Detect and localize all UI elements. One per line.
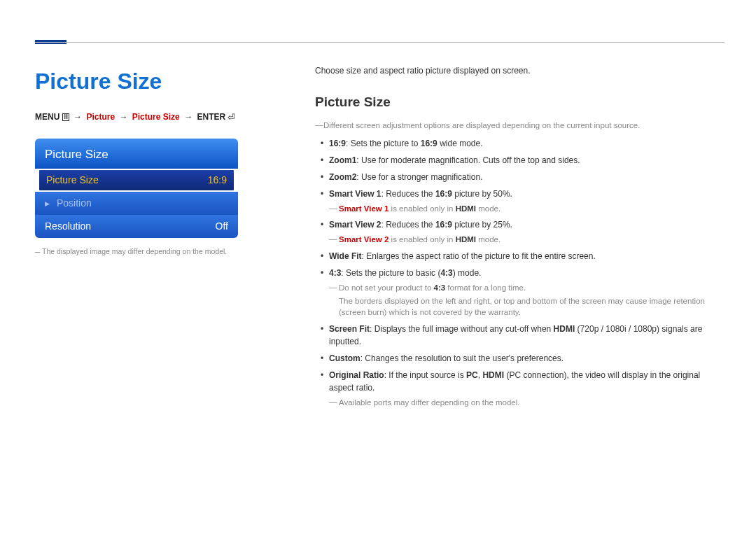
options-list: 16:9: Sets the picture to 16:9 wide mode… (315, 137, 724, 409)
option-source-pc: PC (466, 370, 478, 380)
option-name: 16:9 (329, 139, 346, 148)
option-value: 4:3 (440, 268, 452, 278)
warning-text: Do not set your product to (339, 283, 434, 292)
osd-row-label: Resolution (45, 219, 91, 234)
section-top-note: Different screen adjustment options are … (315, 120, 724, 132)
option-desc: picture by 25%. (452, 220, 512, 230)
option-warning-body: The borders displayed on the left and ri… (329, 295, 724, 318)
subnote-mode: HDMI (456, 204, 476, 213)
option-desc: : Enlarges the aspect ratio of the pictu… (362, 251, 596, 261)
triangle-right-icon: ▶ (45, 199, 50, 209)
breadcrumb-arrow: → (117, 112, 130, 122)
osd-row-value: 16:9 (208, 173, 227, 188)
enter-icon: ⏎ (227, 111, 235, 125)
option-name: Custom (329, 353, 360, 363)
osd-row-picture-size: Picture Size 16:9 (38, 169, 235, 192)
warning-text: format for a long time. (445, 283, 526, 292)
option-desc: : Use for moderate magnification. Cuts o… (356, 155, 580, 165)
warning-value: 4:3 (434, 283, 446, 292)
option-value: 16:9 (421, 139, 438, 148)
option-source-hdmi: HDMI (482, 370, 504, 380)
breadcrumb-arrow: → (71, 112, 84, 122)
option-name: Smart View 2 (329, 220, 381, 230)
breadcrumb-arrow: → (182, 112, 195, 122)
option-value: 16:9 (435, 189, 452, 199)
subnote-mode: HDMI (456, 235, 476, 244)
option-desc: wide mode. (438, 139, 483, 148)
option-wide-fit: Wide Fit: Enlarges the aspect ratio of t… (315, 250, 724, 262)
menu-grid-icon: Ⅲ (62, 113, 69, 121)
option-desc: : Changes the resolution to suit the use… (360, 353, 564, 363)
subnote-text: mode. (476, 235, 500, 244)
option-name: Smart View 1 (329, 189, 381, 199)
option-zoom2: Zoom2: Use for a stronger magnification. (315, 171, 724, 183)
option-value: 16:9 (435, 220, 452, 230)
section-title: Picture Size (315, 92, 724, 113)
option-desc: : Use for a stronger magnification. (356, 172, 482, 182)
option-4-3: 4:3: Sets the picture to basic (4:3) mod… (315, 267, 724, 318)
option-mode: HDMI (554, 324, 575, 334)
subnote-text: is enabled only in (388, 235, 455, 244)
breadcrumb-menu: MENU (35, 112, 59, 122)
osd-menu-mockup: Picture Size Picture Size 16:9 ▶ Positio… (35, 139, 238, 239)
option-zoom1: Zoom1: Use for moderate magnification. C… (315, 154, 724, 167)
option-smart-view-1: Smart View 1: Reduces the 16:9 picture b… (315, 188, 724, 215)
option-screen-fit: Screen Fit: Displays the full image with… (315, 323, 724, 348)
breadcrumb: MENU Ⅲ → Picture → Picture Size → ENTER … (35, 111, 287, 125)
right-column: Choose size and aspect ratio picture dis… (315, 64, 724, 413)
subnote-term: Smart View 2 (339, 235, 388, 244)
osd-row-label: Position (57, 197, 92, 209)
option-desc: : If the input source is (384, 370, 466, 380)
option-name: Wide Fit (329, 251, 362, 261)
option-subnote: Smart View 1 is enabled only in HDMI mod… (329, 203, 724, 215)
option-desc: ) mode. (453, 268, 482, 278)
option-name: Zoom2 (329, 172, 356, 182)
subnote-text: mode. (476, 204, 500, 213)
option-16-9: 16:9: Sets the picture to 16:9 wide mode… (315, 137, 724, 150)
left-column: Picture Size MENU Ⅲ → Picture → Picture … (35, 64, 287, 413)
option-smart-view-2: Smart View 2: Reduces the 16:9 picture b… (315, 218, 724, 246)
intro-text: Choose size and aspect ratio picture dis… (315, 64, 724, 77)
subnote-text: is enabled only in (388, 204, 455, 213)
option-desc: : Displays the full image without any cu… (370, 324, 554, 334)
option-desc: : Sets the picture to (346, 139, 421, 148)
osd-row-resolution: Resolution Off (35, 215, 238, 238)
option-original-ratio: Original Ratio: If the input source is P… (315, 369, 724, 409)
option-subnote: Smart View 2 is enabled only in HDMI mod… (329, 234, 724, 246)
osd-row-position: ▶ Position (35, 192, 238, 215)
header-divider (35, 42, 724, 43)
option-name: 4:3 (329, 268, 341, 278)
page-title: Picture Size (35, 64, 287, 98)
option-name: Zoom1 (329, 155, 356, 165)
option-subnote: Available ports may differ depending on … (329, 397, 724, 409)
osd-row-label: Picture Size (46, 173, 99, 188)
breadcrumb-picture-size: Picture Size (132, 112, 180, 122)
option-custom: Custom: Changes the resolution to suit t… (315, 352, 724, 365)
option-name: Screen Fit (329, 324, 370, 334)
image-disclaimer: The displayed image may differ depending… (35, 246, 287, 258)
option-desc: : Reduces the (381, 220, 435, 230)
option-desc: picture by 50%. (452, 189, 512, 199)
osd-row-value: Off (216, 219, 228, 234)
option-desc: : Sets the picture to basic ( (341, 268, 440, 278)
option-desc: : Reduces the (381, 189, 435, 199)
subnote-term: Smart View 1 (339, 204, 388, 213)
option-name: Original Ratio (329, 370, 384, 380)
option-warning: Do not set your product to 4:3 format fo… (329, 282, 724, 294)
breadcrumb-enter: ENTER (197, 112, 225, 122)
breadcrumb-picture: Picture (86, 112, 115, 122)
osd-title: Picture Size (35, 139, 238, 169)
